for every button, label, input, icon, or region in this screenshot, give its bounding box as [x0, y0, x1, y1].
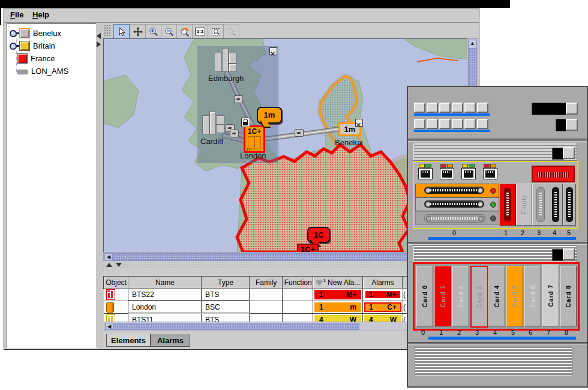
- card-slot2-empty[interactable]: Empty: [516, 184, 532, 226]
- select-tool-button[interactable]: [113, 24, 130, 39]
- panel-key[interactable]: [477, 103, 488, 113]
- bts-red-icon: [106, 289, 115, 300]
- rj45-port[interactable]: [418, 168, 433, 179]
- col-function[interactable]: Function: [283, 277, 313, 289]
- col-type[interactable]: Type: [202, 277, 250, 289]
- link-icon[interactable]: [234, 95, 243, 103]
- pan-tool-button[interactable]: [130, 24, 146, 39]
- balloon-text: 1m: [264, 110, 275, 119]
- table-row-london[interactable]: London BSC 1m 1C+ (: [104, 301, 411, 314]
- tab-elements[interactable]: Elements: [106, 334, 151, 347]
- scrollbar-thumb[interactable]: [113, 323, 359, 330]
- sort-descending-icon[interactable]: [316, 281, 322, 285]
- vent-grille: [414, 347, 572, 376]
- panel-key[interactable]: [464, 103, 476, 113]
- toggle-button[interactable]: [566, 103, 578, 115]
- link-icon[interactable]: [230, 130, 239, 137]
- led-yellow: [462, 164, 468, 168]
- toolbar-drag-handle[interactable]: [104, 25, 111, 37]
- card-5[interactable]: Card 5: [506, 266, 523, 326]
- toggle-button[interactable]: [566, 119, 578, 131]
- scroll-left-icon[interactable]: ◀: [105, 323, 113, 330]
- zoom-reset-button[interactable]: [176, 24, 193, 39]
- toggle-button[interactable]: [563, 147, 575, 159]
- col-name[interactable]: Name: [128, 277, 202, 289]
- card-slot5[interactable]: [563, 184, 576, 226]
- tree-expand-handle-icon[interactable]: [10, 30, 19, 36]
- france-new-alarm-balloon[interactable]: 1C: [307, 227, 330, 243]
- menu-help[interactable]: Help: [32, 10, 49, 19]
- splitter-collapse-up-icon[interactable]: [106, 263, 112, 267]
- card-slot3[interactable]: [532, 184, 548, 226]
- slot-number: 2: [457, 329, 461, 336]
- section-separator: [408, 242, 587, 245]
- panel-key[interactable]: [439, 119, 451, 129]
- card-7[interactable]: Card 7: [542, 265, 559, 326]
- tree-item-britain[interactable]: Britain: [7, 40, 97, 51]
- alarmed-connector[interactable]: [532, 166, 575, 182]
- tab-alarms[interactable]: Alarms: [151, 334, 190, 347]
- card-6[interactable]: Card 6: [524, 266, 541, 326]
- panel-key[interactable]: [414, 103, 425, 113]
- rj45-port[interactable]: [483, 168, 497, 179]
- tree-item-benelux[interactable]: Benelux: [7, 28, 97, 38]
- britain-collapse-icon[interactable]: [269, 47, 277, 55]
- card-1[interactable]: Card 1: [434, 266, 451, 326]
- col-object[interactable]: Object: [104, 277, 128, 289]
- splitter-collapse-down-icon[interactable]: [116, 263, 122, 267]
- zoom-out-button[interactable]: [161, 24, 177, 39]
- table-row-bts22[interactable]: BTS22 BTS 1M+ 1M+ (: [104, 289, 411, 301]
- zoom-one-to-one-button[interactable]: 1:1: [192, 24, 208, 39]
- scroll-left-icon[interactable]: ◀: [104, 253, 113, 261]
- node-cardiff[interactable]: [202, 112, 224, 136]
- splitter-collapse-right-icon[interactable]: [97, 41, 101, 47]
- card-slot0-a[interactable]: [415, 184, 499, 197]
- card-slot1[interactable]: [499, 184, 516, 226]
- zoom-area-button[interactable]: [223, 24, 239, 39]
- slot-number: 7: [547, 329, 550, 336]
- panel-key[interactable]: [439, 103, 451, 113]
- node-london[interactable]: 1C+: [244, 125, 265, 153]
- card-slot0-b[interactable]: [415, 197, 499, 211]
- toggle-button[interactable]: [563, 248, 575, 260]
- france-alarm-badge[interactable]: 1C+: [297, 244, 319, 253]
- card-3[interactable]: Card 3: [470, 266, 488, 328]
- led-red: [484, 164, 490, 168]
- rj45-port[interactable]: [461, 168, 476, 179]
- tree-item-lon-ams[interactable]: LON_AMS: [7, 65, 97, 76]
- panel-key[interactable]: [464, 119, 476, 129]
- card-slot4[interactable]: [548, 184, 563, 226]
- splitter-collapse-left-icon[interactable]: [97, 33, 101, 39]
- scroll-up-icon[interactable]: ▲: [468, 40, 477, 49]
- panel-key[interactable]: [477, 119, 488, 129]
- zoom-area-icon: [227, 27, 236, 37]
- table-horizontal-scrollbar[interactable]: ◀: [104, 322, 412, 331]
- card-slot0-c[interactable]: [415, 211, 499, 225]
- panel-key[interactable]: [427, 119, 438, 129]
- card-0[interactable]: Card 0: [416, 266, 433, 326]
- card-2[interactable]: Card 2: [452, 266, 469, 326]
- tree-item-france[interactable]: France: [7, 53, 97, 64]
- led-off: [490, 215, 496, 221]
- panel-key[interactable]: [452, 119, 463, 129]
- tree-expand-handle-icon[interactable]: [10, 43, 19, 49]
- menu-file[interactable]: File: [10, 10, 23, 19]
- london-new-alarm-balloon[interactable]: 1m: [257, 107, 282, 124]
- card-4[interactable]: Card 4: [488, 266, 505, 326]
- link-icon[interactable]: [295, 129, 304, 137]
- zoom-in-button[interactable]: [145, 24, 161, 39]
- cardiff-label: Cardiff: [200, 137, 223, 146]
- fit-to-contents-button[interactable]: [208, 24, 224, 39]
- card-8[interactable]: Card 8: [560, 266, 577, 326]
- panel-key[interactable]: [427, 103, 438, 113]
- panel-key[interactable]: [452, 103, 463, 113]
- rj45-port[interactable]: [440, 168, 454, 179]
- panel-key[interactable]: [414, 119, 425, 129]
- node-edinburgh[interactable]: [215, 48, 236, 73]
- col-alarms[interactable]: Alarms: [363, 277, 403, 289]
- display-slot: [552, 148, 564, 160]
- benelux-expand-icon[interactable]: [355, 119, 363, 127]
- col-family[interactable]: Family: [250, 277, 283, 289]
- vertical-splitter[interactable]: [96, 23, 103, 347]
- col-new-alarms[interactable]: 1 New Ala...: [313, 277, 362, 289]
